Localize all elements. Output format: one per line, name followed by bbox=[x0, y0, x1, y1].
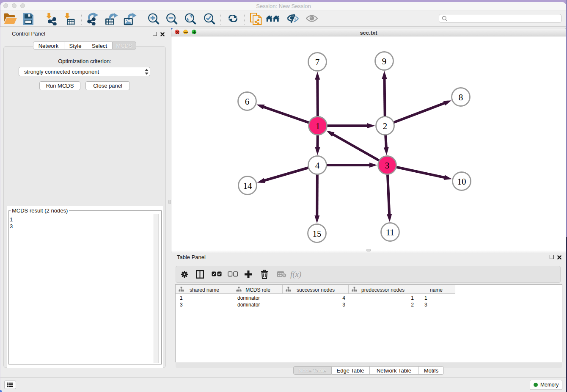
svg-text:9: 9 bbox=[382, 56, 387, 66]
svg-text:14: 14 bbox=[243, 181, 253, 191]
svg-text:3: 3 bbox=[385, 160, 390, 171]
svg-text:2: 2 bbox=[383, 121, 388, 131]
svg-text:11: 11 bbox=[386, 227, 394, 237]
svg-text:1: 1 bbox=[316, 121, 320, 131]
svg-text:7: 7 bbox=[315, 57, 320, 67]
svg-text:8: 8 bbox=[459, 92, 463, 102]
svg-text:10: 10 bbox=[457, 177, 466, 187]
svg-text:15: 15 bbox=[313, 229, 322, 239]
svg-text:6: 6 bbox=[245, 97, 250, 107]
svg-text:4: 4 bbox=[315, 160, 320, 171]
